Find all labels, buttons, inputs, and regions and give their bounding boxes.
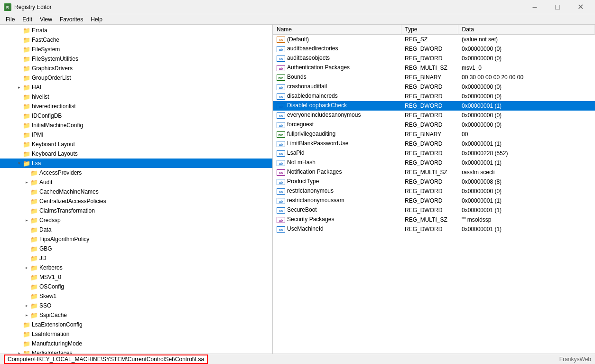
table-row[interactable]: abSecurity PackagesREG_MULTI_SZ"" msoids…	[273, 215, 595, 224]
cell-name-text: LimitBlankPasswordUse	[287, 140, 348, 147]
tree-item[interactable]: 📁Keyboard Layout	[0, 140, 272, 149]
table-row[interactable]: abauditbaseobjectsREG_DWORD0x00000000 (0…	[273, 54, 595, 63]
table-row[interactable]: abeveryoneincludesanonymousREG_DWORD0x00…	[273, 111, 595, 120]
tree-expander[interactable]: ▾	[15, 159, 23, 167]
folder-icon: 📁	[23, 75, 30, 82]
cell-name: abcrashonauditfail	[273, 82, 401, 92]
folder-icon: 📁	[23, 122, 30, 129]
tree-item[interactable]: 📁IDConfigDB	[0, 111, 272, 121]
table-row[interactable]: abLsaPidREG_DWORD0x00000228 (552)	[273, 149, 595, 158]
cell-name: abSecurity Packages	[273, 215, 401, 224]
tree-item[interactable]: 📁hiveredirectionlist	[0, 102, 272, 111]
folder-icon: 📁	[30, 188, 38, 196]
tree-item[interactable]: ▸📁Credssp	[0, 215, 272, 225]
header-data[interactable]: Data	[458, 25, 595, 35]
maximize-button[interactable]: □	[547, 0, 568, 14]
tree-expander	[15, 65, 23, 72]
tree-item[interactable]: 📁Keyboard Layouts	[0, 149, 272, 159]
cell-type: REG_DWORD	[401, 120, 458, 130]
table-row[interactable]: abforceguestREG_DWORD0x00000000 (0)	[273, 120, 595, 130]
tree-item[interactable]: 📁FipsAlgorithmPolicy	[0, 234, 272, 244]
tree-item[interactable]: 📁InitialMachineConfig	[0, 121, 272, 130]
tree-item[interactable]: ▸📁HAL	[0, 83, 272, 92]
tree-item[interactable]: 📁JD	[0, 253, 272, 263]
table-row[interactable]: ab(Default)REG_SZ(value not set)	[273, 35, 595, 44]
menu-item-file[interactable]: File	[2, 15, 19, 24]
menu-item-view[interactable]: View	[36, 15, 56, 24]
reg-value-icon: ab	[277, 217, 285, 223]
table-row[interactable]: abrestrictanonymousREG_DWORD0x00000000 (…	[273, 187, 595, 196]
tree-item[interactable]: 📁MSV1_0	[0, 272, 272, 282]
table-row[interactable]: abDisableLoopbackCheckREG_DWORD0x0000000…	[273, 101, 595, 111]
table-row[interactable]: binfullprivilegeauditingREG_BINARY00	[273, 130, 595, 139]
tree-item[interactable]: ▸📁MediaInterfaces	[0, 348, 272, 354]
menu-item-edit[interactable]: Edit	[19, 15, 36, 24]
tree-item[interactable]: 📁ClaimsTransformation	[0, 206, 272, 215]
cell-name-text: Bounds	[287, 74, 307, 80]
folder-icon: 📁	[23, 340, 30, 347]
table-row[interactable]: abAuthentication PackagesREG_MULTI_SZmsv…	[273, 63, 595, 73]
tree-expander[interactable]: ▸	[23, 302, 30, 309]
tree-item[interactable]: ▸📁Kerberos	[0, 263, 272, 272]
folder-icon: 📁	[30, 169, 38, 177]
menu-item-help[interactable]: Help	[87, 15, 106, 24]
table-row[interactable]: abcrashonauditfailREG_DWORD0x00000000 (0…	[273, 82, 595, 92]
tree-item[interactable]: 📁Skew1	[0, 291, 272, 301]
registry-values[interactable]: Name Type Data ab(Default)REG_SZ(value n…	[273, 25, 595, 354]
reg-value-icon: ab	[277, 112, 285, 119]
tree-item[interactable]: 📁FileSystem	[0, 45, 272, 54]
table-row[interactable]: abLimitBlankPasswordUseREG_DWORD0x000000…	[273, 139, 595, 149]
minimize-button[interactable]: –	[524, 0, 546, 14]
tree-item[interactable]: 📁FastCache	[0, 35, 272, 45]
folder-icon: 📁	[30, 274, 38, 281]
tree-item[interactable]: 📁CentralizedAccessPolicies	[0, 196, 272, 206]
table-row[interactable]: abauditbasedirectoriesREG_DWORD0x0000000…	[273, 44, 595, 54]
tree-item[interactable]: 📁ManufacturingMode	[0, 339, 272, 348]
cell-type: REG_DWORD	[401, 92, 458, 101]
cell-name: ab(Default)	[273, 35, 401, 44]
registry-tree[interactable]: 📁Errata📁FastCache📁FileSystem📁FileSystemU…	[0, 25, 273, 354]
header-type[interactable]: Type	[401, 25, 458, 35]
table-row[interactable]: abSecureBootREG_DWORD0x00000001 (1)	[273, 205, 595, 215]
tree-item[interactable]: ▸📁SSO	[0, 301, 272, 310]
tree-item[interactable]: 📁OSConfig	[0, 282, 272, 291]
table-row[interactable]: abProductTypeREG_DWORD0x00000008 (8)	[273, 177, 595, 187]
tree-expander[interactable]: ▸	[23, 178, 30, 186]
tree-item[interactable]: 📁GBG	[0, 244, 272, 253]
tree-expander[interactable]: ▸	[15, 349, 23, 354]
table-row[interactable]: binBoundsREG_BINARY00 30 00 00 00 20 00 …	[273, 73, 595, 82]
table-row[interactable]: abrestrictanonymoussamREG_DWORD0x0000000…	[273, 196, 595, 205]
tree-item[interactable]: 📁GroupOrderList	[0, 73, 272, 83]
header-name[interactable]: Name	[273, 25, 401, 35]
tree-item[interactable]: 📁AccessProviders	[0, 168, 272, 177]
tree-item[interactable]: 📁CachedMachineNames	[0, 187, 272, 196]
tree-item[interactable]: 📁GraphicsDrivers	[0, 64, 272, 73]
reg-value-icon: ab	[277, 122, 285, 128]
tree-expander[interactable]: ▸	[15, 84, 23, 91]
tree-item[interactable]: ▸📁SspiCache	[0, 310, 272, 320]
table-row[interactable]: abNotification PackagesREG_MULTI_SZrassf…	[273, 168, 595, 177]
folder-icon: 📁	[30, 236, 38, 243]
tree-expander[interactable]: ▸	[23, 264, 30, 271]
tree-expander[interactable]: ▸	[23, 311, 30, 319]
tree-item[interactable]: 📁FileSystemUtilities	[0, 54, 272, 64]
window-controls[interactable]: – □ ✕	[524, 0, 591, 14]
table-row[interactable]: abdisabledomaincredsREG_DWORD0x00000000 …	[273, 92, 595, 101]
tree-item[interactable]: 📁LsaInformation	[0, 329, 272, 339]
tree-item[interactable]: 📁hivelist	[0, 92, 272, 102]
tree-item[interactable]: 📁Data	[0, 225, 272, 234]
close-button[interactable]: ✕	[569, 0, 591, 14]
tree-item[interactable]: ▾📁Lsa	[0, 159, 272, 168]
tree-item[interactable]: 📁Errata	[0, 26, 272, 35]
tree-item[interactable]: 📁IPMI	[0, 130, 272, 140]
table-row[interactable]: abUseMachineIdREG_DWORD0x00000001 (1)	[273, 224, 595, 234]
tree-item-label: GraphicsDrivers	[32, 65, 73, 72]
table-row[interactable]: abNoLmHashREG_DWORD0x00000001 (1)	[273, 158, 595, 168]
tree-item-label: IPMI	[32, 131, 44, 138]
tree-item[interactable]: ▸📁Audit	[0, 177, 272, 187]
folder-icon: 📁	[30, 226, 38, 233]
tree-item[interactable]: 📁LsaExtensionConfig	[0, 320, 272, 329]
tree-expander[interactable]: ▸	[23, 216, 30, 224]
folder-icon: 📁	[23, 150, 30, 158]
menu-item-favorites[interactable]: Favorites	[56, 15, 87, 24]
